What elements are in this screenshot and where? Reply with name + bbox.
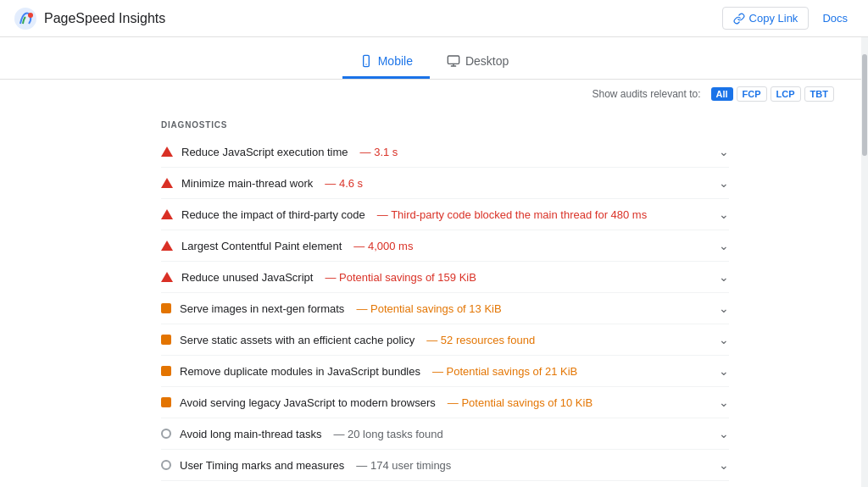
audit-detail: — Potential savings of 21 KiB [432, 365, 577, 378]
error-icon [161, 147, 173, 157]
tabs-bar: Mobile Desktop [0, 37, 868, 80]
warning-icon [161, 366, 171, 376]
audit-title: Avoid serving legacy JavaScript to moder… [180, 396, 436, 409]
audit-title: Serve static assets with an efficient ca… [180, 334, 415, 346]
filter-fcp-button[interactable]: FCP [737, 86, 767, 102]
audit-detail: — Potential savings of 13 KiB [356, 302, 501, 315]
audit-left: Largest Contentful Paint element — 4,000… [161, 240, 719, 252]
warning-icon [161, 303, 171, 313]
audit-row[interactable]: Initial server response time was short —… [161, 481, 729, 487]
warning-icon [161, 335, 171, 345]
svg-point-3 [365, 64, 366, 64]
audit-title: Largest Contentful Paint element [181, 240, 342, 252]
copy-link-label: Copy Link [749, 12, 798, 25]
tab-mobile[interactable]: Mobile [342, 46, 430, 79]
info-icon [161, 429, 171, 439]
audit-row[interactable]: Remove duplicate modules in JavaScript b… [161, 356, 729, 387]
chevron-down-icon: ⌄ [719, 145, 729, 158]
chevron-down-icon: ⌄ [719, 208, 729, 221]
audit-row[interactable]: Reduce the impact of third-party code — … [161, 199, 729, 230]
info-icon [161, 460, 171, 470]
audit-detail: — 52 resources found [426, 334, 535, 346]
audit-detail: — Potential savings of 159 KiB [325, 271, 476, 284]
svg-rect-4 [448, 56, 459, 64]
audit-detail: — 20 long tasks found [333, 428, 442, 440]
scrollbar-thumb[interactable] [862, 54, 867, 156]
filter-row: Show audits relevant to: All FCP LCP TBT [0, 80, 868, 108]
chevron-down-icon: ⌄ [719, 333, 729, 346]
filter-lcp-button[interactable]: LCP [771, 86, 801, 102]
audit-title: Remove duplicate modules in JavaScript b… [180, 365, 420, 378]
app-title: PageSpeed Insights [44, 11, 165, 26]
error-icon [161, 209, 173, 219]
chevron-down-icon: ⌄ [719, 427, 729, 440]
chevron-down-icon: ⌄ [719, 364, 729, 378]
header-right: Copy Link Docs [722, 7, 854, 30]
audit-title: Reduce JavaScript execution time [181, 146, 348, 158]
svg-point-1 [28, 13, 33, 18]
audit-title: Reduce the impact of third-party code [181, 208, 365, 221]
audit-left: Avoid serving legacy JavaScript to moder… [161, 396, 719, 409]
chevron-down-icon: ⌄ [719, 458, 729, 472]
audit-row[interactable]: Serve static assets with an efficient ca… [161, 324, 729, 356]
error-icon [161, 241, 173, 251]
audit-row[interactable]: User Timing marks and measures — 174 use… [161, 450, 729, 481]
audit-row[interactable]: Reduce unused JavaScript — Potential sav… [161, 262, 729, 293]
chevron-down-icon: ⌄ [719, 176, 729, 190]
scrollbar-track[interactable] [861, 37, 868, 487]
audit-list: Reduce JavaScript execution time — 3.1 s… [161, 136, 729, 487]
header: PageSpeed Insights Copy Link Docs [0, 0, 868, 37]
audit-left: Reduce JavaScript execution time — 3.1 s [161, 146, 719, 158]
mobile-icon [359, 54, 373, 68]
audit-left: Remove duplicate modules in JavaScript b… [161, 365, 719, 378]
chevron-down-icon: ⌄ [719, 270, 729, 284]
audit-detail: — 4,000 ms [353, 240, 413, 252]
audit-title: User Timing marks and measures [180, 459, 344, 472]
filter-all-button[interactable]: All [711, 87, 733, 101]
filter-label: Show audits relevant to: [592, 88, 700, 100]
audit-left: Minimize main-thread work — 4.6 s [161, 177, 719, 190]
audit-left: User Timing marks and measures — 174 use… [161, 459, 719, 472]
audit-detail: — 3.1 s [360, 146, 398, 158]
audit-row[interactable]: Minimize main-thread work — 4.6 s ⌄ [161, 168, 729, 199]
audit-detail: — Third-party code blocked the main thre… [377, 208, 647, 221]
audit-left: Avoid long main-thread tasks — 20 long t… [161, 428, 719, 440]
audit-row[interactable]: Serve images in next-gen formats — Poten… [161, 293, 729, 324]
error-icon [161, 178, 173, 188]
audit-detail: — Potential savings of 10 KiB [448, 396, 593, 409]
audit-title: Avoid long main-thread tasks [180, 428, 321, 440]
audit-row[interactable]: Reduce JavaScript execution time — 3.1 s… [161, 136, 729, 168]
copy-link-button[interactable]: Copy Link [722, 7, 810, 30]
audit-left: Serve images in next-gen formats — Poten… [161, 302, 719, 315]
desktop-icon [447, 54, 460, 68]
diagnostics-label: DIAGNOSTICS [161, 108, 729, 136]
tab-desktop[interactable]: Desktop [430, 46, 526, 79]
link-icon [733, 13, 745, 25]
chevron-down-icon: ⌄ [719, 239, 729, 252]
chevron-down-icon: ⌄ [719, 302, 729, 315]
audit-title: Minimize main-thread work [181, 177, 313, 190]
svg-point-0 [14, 8, 36, 30]
audit-row[interactable]: Largest Contentful Paint element — 4,000… [161, 230, 729, 262]
filter-tbt-button[interactable]: TBT [804, 86, 834, 102]
chevron-down-icon: ⌄ [719, 396, 729, 409]
error-icon [161, 272, 173, 282]
audit-title: Reduce unused JavaScript [181, 271, 313, 284]
pagespeed-logo [14, 7, 37, 30]
audit-left: Reduce the impact of third-party code — … [161, 208, 719, 221]
header-left: PageSpeed Insights [14, 7, 165, 30]
audit-title: Serve images in next-gen formats [180, 302, 344, 315]
audit-row[interactable]: Avoid long main-thread tasks — 20 long t… [161, 418, 729, 450]
audit-detail: — 174 user timings [356, 459, 451, 472]
main-content: DIAGNOSTICS Reduce JavaScript execution … [0, 108, 763, 487]
audit-row[interactable]: Avoid serving legacy JavaScript to moder… [161, 387, 729, 418]
audit-left: Serve static assets with an efficient ca… [161, 334, 719, 346]
docs-link[interactable]: Docs [815, 8, 854, 29]
warning-icon [161, 397, 171, 407]
audit-left: Reduce unused JavaScript — Potential sav… [161, 271, 719, 284]
audit-detail: — 4.6 s [325, 177, 363, 190]
